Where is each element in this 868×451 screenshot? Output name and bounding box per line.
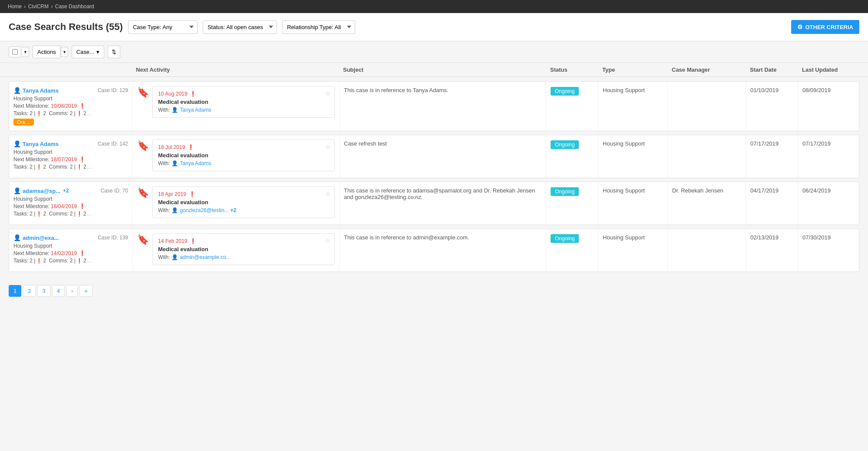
activity-name: Medical evaluation xyxy=(158,246,329,252)
activity-with-person[interactable]: Tanya Adams xyxy=(180,160,211,166)
actions-dropdown: Actions ▾ xyxy=(33,46,68,58)
activity-with: With: 👤 admin@example.co... xyxy=(158,254,329,260)
activity-with-person[interactable]: admin@example.co... xyxy=(180,254,230,260)
status-cell: Ongoing xyxy=(546,135,598,178)
bookmark-icon: 🔖 xyxy=(137,140,149,152)
person-icon: 👤 xyxy=(13,87,21,94)
status-cell: Ongoing xyxy=(546,182,598,225)
star-icon[interactable]: ☆ xyxy=(325,237,331,244)
activity-warn-icon: ❗ xyxy=(190,238,196,244)
col-header-blank xyxy=(9,66,132,73)
activity-warn-icon: ❗ xyxy=(189,191,195,197)
tasks-warn-icon: ❗ xyxy=(36,258,42,264)
activity-with: With: 👤 Tanya Adams xyxy=(158,107,329,113)
tasks-warn-icon: ❗ xyxy=(36,164,42,170)
activity-card: 10 Aug 2019 ❗ Medical evaluation With: 👤… xyxy=(152,86,335,118)
actions-caret[interactable]: ▾ xyxy=(61,47,68,57)
activity-warn-icon: ❗ xyxy=(188,144,194,150)
status-badge: Ongoing xyxy=(551,234,579,243)
start-date-cell: 07/17/2019 xyxy=(746,135,798,178)
case-info-3: 👤 admin@exa... Case ID: 139 Housing Supp… xyxy=(9,229,133,272)
status-badge: Ongoing xyxy=(551,87,579,96)
case-name-link[interactable]: Tanya Adams xyxy=(23,87,59,94)
actions-button[interactable]: Actions xyxy=(33,46,61,58)
tasks-warn-icon: ❗ xyxy=(36,111,42,116)
breadcrumb: Home › CiviCRM › Case Dashboard xyxy=(8,3,94,10)
comms-warn-icon: ❗ xyxy=(76,111,83,116)
tag-badge[interactable]: Ora.... xyxy=(13,119,34,126)
person-small-icon: 👤 xyxy=(172,160,178,166)
activity-cell: 🔖 18 Jul 2019 ❗ Medical evaluation With:… xyxy=(133,135,340,178)
select-all-checkbox[interactable] xyxy=(9,46,21,57)
subject-cell: This case is in reference to Tanya Adams… xyxy=(340,82,546,131)
page-btn-3[interactable]: 3 xyxy=(37,285,50,297)
activity-date: 14 Feb 2019 ❗ xyxy=(158,238,329,244)
select-all-input[interactable] xyxy=(12,49,18,55)
case-name-link[interactable]: admin@exa... xyxy=(23,235,59,241)
case-type-label: Housing Support xyxy=(13,96,128,102)
activity-cell: 🔖 10 Aug 2019 ❗ Medical evaluation With:… xyxy=(133,82,340,131)
page-last-btn[interactable]: » xyxy=(79,285,92,297)
activity-name: Medical evaluation xyxy=(158,152,329,159)
bookmark-icon: 🔖 xyxy=(137,187,149,199)
case-button[interactable]: Case... ▾ xyxy=(72,46,104,58)
breadcrumb-civicrm[interactable]: CiviCRM xyxy=(28,3,49,10)
table-row: 👤 Tanya Adams Case ID: 129 Housing Suppo… xyxy=(9,81,859,131)
table-row: 👤 admin@exa... Case ID: 139 Housing Supp… xyxy=(9,229,859,272)
case-info-1: 👤 Tanya Adams Case ID: 142 Housing Suppo… xyxy=(9,135,133,178)
next-milestone: Next Milestone: 10/08/2019 ❗ xyxy=(13,103,128,109)
col-header-start-date: Start Date xyxy=(746,66,799,73)
activity-with-person[interactable]: Tanya Adams xyxy=(180,107,211,113)
breadcrumb-case-dashboard[interactable]: Case Dashboard xyxy=(55,3,94,10)
activity-name: Medical evaluation xyxy=(158,99,329,105)
bookmark-icon: 🔖 xyxy=(137,234,149,245)
status-badge: Ongoing xyxy=(551,140,579,149)
person-small-icon: 👤 xyxy=(172,254,178,260)
case-name-link[interactable]: Tanya Adams xyxy=(23,141,59,147)
bookmark-icon: 🔖 xyxy=(137,87,149,98)
case-type-label: Housing Support xyxy=(13,196,128,202)
type-cell: Housing Support xyxy=(598,229,668,272)
case-label: Case... xyxy=(76,49,94,55)
activity-card: 18 Jul 2019 ❗ Medical evaluation With: 👤… xyxy=(152,139,335,171)
activity-with: With: 👤 gonzleza26@testin... +2 xyxy=(158,207,329,213)
with-label: With: xyxy=(158,160,170,166)
header-area: Case Search Results (55) Case Type: Any … xyxy=(0,13,868,41)
top-nav: Home › CiviCRM › Case Dashboard xyxy=(0,0,868,13)
milestone-warning-icon: ❗ xyxy=(79,103,86,109)
other-criteria-button[interactable]: ⚙ OTHER CRITERIA xyxy=(791,20,860,34)
case-type-filter[interactable]: Case Type: Any xyxy=(128,20,198,34)
person-small-icon: 👤 xyxy=(172,207,178,213)
case-info-0: 👤 Tanya Adams Case ID: 129 Housing Suppo… xyxy=(9,82,133,131)
status-cell: Ongoing xyxy=(546,82,598,131)
breadcrumb-home[interactable]: Home xyxy=(8,3,22,10)
page-btn-4[interactable]: 4 xyxy=(52,285,65,297)
last-updated-cell: 07/17/2019 xyxy=(798,135,859,178)
comms-warn-icon: ❗ xyxy=(76,258,83,264)
star-icon[interactable]: ☆ xyxy=(325,90,331,97)
sort-button[interactable]: ⇅ xyxy=(108,46,120,58)
relationship-type-filter[interactable]: Relationship Type: All xyxy=(282,20,355,34)
gear-icon: ⚙ xyxy=(797,23,803,30)
manager-cell xyxy=(668,82,746,131)
activity-with-person[interactable]: gonzleza26@testin... xyxy=(180,207,228,213)
page-btn-1[interactable]: 1 xyxy=(9,285,21,297)
start-date-cell: 01/10/2019 xyxy=(746,82,798,131)
star-icon[interactable]: ☆ xyxy=(325,143,331,150)
checkbox-dropdown: ▾ xyxy=(9,46,29,57)
case-name-link[interactable]: adamsa@sp... +2 xyxy=(23,188,69,194)
page-btn-2[interactable]: 2 xyxy=(23,285,36,297)
checkbox-dropdown-caret[interactable]: ▾ xyxy=(22,47,29,57)
case-id: Case ID: 139 xyxy=(98,235,128,241)
status-filter[interactable]: Status: All open cases xyxy=(203,20,277,34)
col-header-last-updated: Last Updated xyxy=(799,66,859,73)
activity-date: 18 Apr 2019 ❗ xyxy=(158,191,329,197)
person-icon: 👤 xyxy=(13,140,21,147)
star-icon[interactable]: ☆ xyxy=(325,190,331,197)
page-next-btn[interactable]: › xyxy=(66,285,78,297)
case-id: Case ID: 142 xyxy=(98,141,128,147)
manager-cell: Dr. Rebekah Jensen xyxy=(668,182,746,225)
subject-cell: This case is in reference to adamsa@spam… xyxy=(340,182,546,225)
person-small-icon: 👤 xyxy=(172,107,178,113)
tasks-line: Tasks: 2 | ❗ 2 Comms: 2 | ❗ 2 ... xyxy=(13,164,128,170)
